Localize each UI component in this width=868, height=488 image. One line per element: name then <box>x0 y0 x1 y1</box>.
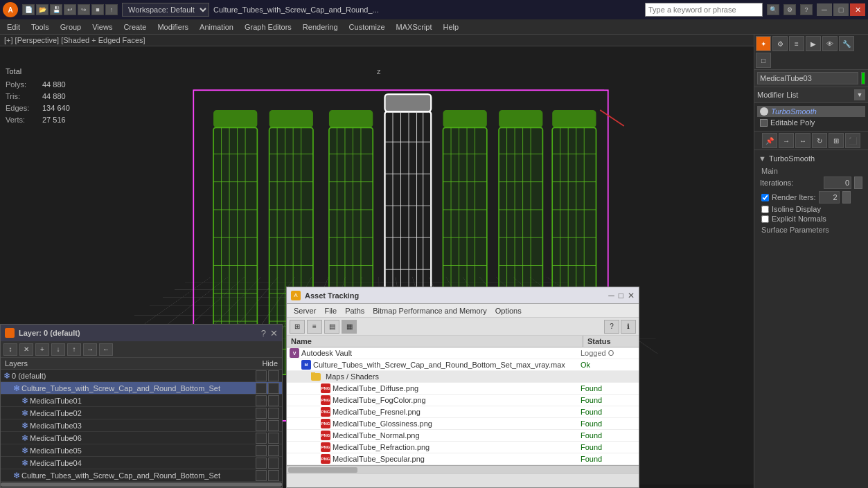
scale-btn[interactable]: ⊞ <box>829 133 844 148</box>
table-row[interactable]: PNG MedicalTube_Glossiness.png Found <box>287 418 639 430</box>
hide-toggle[interactable] <box>256 383 267 394</box>
asset-scrollbar-thumb[interactable] <box>288 467 357 473</box>
layer-toolbar-btn1[interactable]: ↕ <box>3 343 17 356</box>
rotate-btn[interactable]: ↻ <box>812 133 827 148</box>
menu-tools[interactable]: Tools <box>26 21 55 33</box>
layer-panel-close[interactable]: ✕ <box>270 329 278 338</box>
menu-maxscript[interactable]: MAXScript <box>391 21 438 33</box>
asset-menu-bitmap[interactable]: Bitmap Performance and Memory <box>369 307 490 315</box>
table-row[interactable]: PNG MedicalTube_Diffuse.png Found <box>287 383 639 395</box>
asset-maximize-button[interactable]: □ <box>619 291 623 300</box>
table-row[interactable]: PNG MedicalTube_Fresnel.png Found <box>287 406 639 418</box>
list-item[interactable]: ❄ MedicalTube06 <box>1 432 282 444</box>
create-btn[interactable]: ✦ <box>756 36 771 51</box>
hide-toggle[interactable] <box>256 445 267 456</box>
asset-horizontal-scrollbar[interactable] <box>287 465 639 473</box>
render-iters-spinner[interactable] <box>842 191 851 204</box>
list-item[interactable]: ❄ MedicalTube01 <box>1 395 282 407</box>
asset-tb-btn4[interactable]: ▦ <box>342 320 357 334</box>
modifier-list-dropdown[interactable]: ▼ <box>854 89 865 100</box>
modify-btn[interactable]: ⚙ <box>772 36 788 51</box>
table-row[interactable]: PNG MedicalTube_Normal.png Found <box>287 430 639 442</box>
asset-table[interactable]: V Autodesk Vault Logged O M Culture_Tube… <box>287 347 639 465</box>
hide-toggle[interactable] <box>256 408 267 419</box>
layer-toolbar-btn7[interactable]: ← <box>99 343 113 356</box>
hide-toggle[interactable] <box>256 433 267 444</box>
panel-extra[interactable]: □ <box>756 53 771 68</box>
list-item[interactable]: ❄ Culture_Tubes_with_Screw_Cap_and_Round… <box>1 382 282 395</box>
layer-toolbar-btn4[interactable]: ↓ <box>51 343 65 356</box>
close-button[interactable]: ✕ <box>850 3 865 16</box>
table-row[interactable]: PNG MedicalTube_Refraction.png Found <box>287 442 639 453</box>
undo-btn[interactable]: ↩ <box>64 4 76 15</box>
layer-toolbar-btn5[interactable]: ↑ <box>67 343 81 356</box>
object-name-input[interactable] <box>757 72 858 84</box>
list-item[interactable]: ❄ MedicalTube02 <box>1 407 282 419</box>
table-row[interactable]: PNG MedicalTube_FogColor.png Found <box>287 395 639 406</box>
layer-panel-question[interactable]: ? <box>261 329 266 338</box>
workspace-selector[interactable]: Workspace: Default <box>122 3 209 17</box>
list-item[interactable]: ❄ MedicalTube05 <box>1 444 282 457</box>
iterations-input[interactable] <box>824 177 851 189</box>
utilities-btn[interactable]: 🔧 <box>839 36 854 51</box>
iterations-spinner[interactable] <box>854 177 862 189</box>
asset-tb-btn2[interactable]: ≡ <box>307 320 322 334</box>
asset-tb-btn1[interactable]: ⊞ <box>290 320 305 334</box>
motion-btn[interactable]: ▶ <box>806 36 821 51</box>
minimize-button[interactable]: ─ <box>817 3 832 16</box>
asset-menu-paths[interactable]: Paths <box>341 307 369 315</box>
menu-modifiers[interactable]: Modifiers <box>152 21 194 33</box>
table-row[interactable]: V Autodesk Vault Logged O <box>287 347 639 359</box>
select-btn[interactable]: → <box>779 133 794 148</box>
asset-tb-btn3[interactable]: ▤ <box>324 320 339 334</box>
modifier-turbosmooth[interactable]: TurboSmooth <box>757 106 865 117</box>
asset-menu-server[interactable]: Server <box>290 307 320 315</box>
save-btn[interactable]: 💾 <box>50 4 62 15</box>
menu-animation[interactable]: Animation <box>194 21 239 33</box>
menu-help[interactable]: Help <box>438 21 465 33</box>
hide-toggle[interactable] <box>256 370 267 381</box>
search-btn[interactable]: 🔍 <box>767 4 779 15</box>
hide-toggle[interactable] <box>256 420 267 431</box>
menu-customize[interactable]: Customize <box>344 21 391 33</box>
maximize-button[interactable]: □ <box>833 3 849 16</box>
asset-info-btn[interactable]: ℹ <box>621 320 636 334</box>
menu-create[interactable]: Create <box>118 21 152 33</box>
explicit-normals-checkbox[interactable] <box>761 215 769 223</box>
list-item[interactable]: ❄ 0 (default) <box>1 370 282 382</box>
layer-toolbar-btn6[interactable]: → <box>83 343 97 356</box>
asset-menu-file[interactable]: File <box>320 307 341 315</box>
list-item[interactable]: ❄ MedicalTube03 <box>1 419 282 432</box>
menu-graph-editors[interactable]: Graph Editors <box>239 21 297 33</box>
render-iters-input[interactable] <box>819 191 840 204</box>
move-btn[interactable]: ↔ <box>795 133 811 148</box>
layer-toolbar-btn2[interactable]: ✕ <box>19 343 33 356</box>
hide-toggle[interactable] <box>256 470 267 481</box>
new-btn[interactable]: 📄 <box>22 4 35 15</box>
list-item[interactable]: ❄ MedicalTube04 <box>1 457 282 469</box>
layer-scrollbar-thumb[interactable] <box>1 482 282 487</box>
modifier-checkbox[interactable] <box>760 119 768 127</box>
hold-btn[interactable]: ■ <box>91 4 104 15</box>
menu-edit[interactable]: Edit <box>1 21 26 33</box>
menu-views[interactable]: Views <box>87 21 118 33</box>
menu-rendering[interactable]: Rendering <box>297 21 344 33</box>
isoline-checkbox[interactable] <box>761 206 769 213</box>
asset-minimize-button[interactable]: ─ <box>608 291 614 300</box>
settings-btn[interactable]: ⚙ <box>783 4 796 15</box>
open-btn[interactable]: 📂 <box>36 4 48 15</box>
modifier-editable-poly[interactable]: Editable Poly <box>757 117 865 128</box>
panel-collapse-arrow[interactable]: ▼ <box>759 154 766 163</box>
list-item[interactable]: ❄ Culture_Tubes_with_Screw_Cap_and_Round… <box>1 469 282 482</box>
render-iters-checkbox[interactable] <box>761 194 769 201</box>
object-color-swatch[interactable] <box>861 72 865 84</box>
display-btn[interactable]: 👁 <box>822 36 838 51</box>
asset-menu-options[interactable]: Options <box>491 307 526 315</box>
table-row[interactable]: M Culture_Tubes_with_Screw_Cap_and_Round… <box>287 359 639 371</box>
hide-toggle[interactable] <box>256 395 267 406</box>
menu-group[interactable]: Group <box>55 21 87 33</box>
table-row[interactable]: PNG MedicalTube_Specular.png Found <box>287 453 639 465</box>
viewport-area[interactable]: [+] [Perspective] [Shaded + Edged Faces]… <box>0 35 754 488</box>
fetch-btn[interactable]: ↑ <box>105 4 118 15</box>
asset-close-button[interactable]: ✕ <box>628 291 635 300</box>
